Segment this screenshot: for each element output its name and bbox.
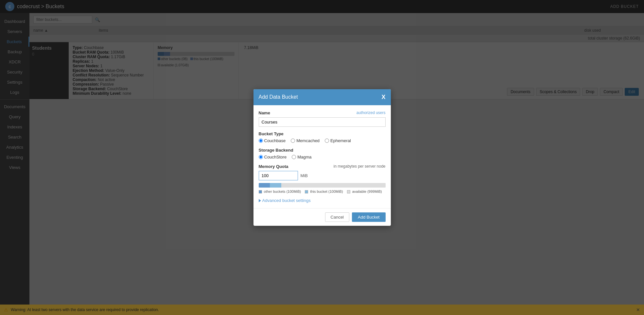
chevron-right-icon bbox=[259, 199, 261, 202]
storage-backend-form-group: Storage Backend CouchStore Magma bbox=[259, 148, 386, 159]
memory-quota-input[interactable] bbox=[259, 171, 298, 180]
storage-backend-label: Storage Backend bbox=[259, 148, 386, 153]
legend-this-bucket: this bucket (100MiB) bbox=[305, 190, 343, 193]
legend-this-swatch bbox=[305, 190, 308, 193]
memory-quota-sublabel: in megabytes per server node bbox=[334, 164, 386, 169]
bucket-type-radio-group: Couchbase Memcached Ephemeral bbox=[259, 138, 386, 143]
modal-bar-avail bbox=[281, 183, 385, 188]
radio-memcached-input[interactable] bbox=[291, 139, 295, 143]
modal-overlay: Add Data Bucket X Name authorized users … bbox=[0, 0, 644, 315]
legend-other-swatch bbox=[259, 190, 262, 193]
storage-backend-radio-group: CouchStore Magma bbox=[259, 155, 386, 159]
radio-ephemeral[interactable]: Ephemeral bbox=[325, 138, 351, 143]
legend-available: available (999MiB) bbox=[347, 190, 382, 193]
legend-avail-swatch bbox=[347, 190, 350, 193]
radio-couchbase[interactable]: Couchbase bbox=[259, 138, 286, 143]
modal-header: Add Data Bucket X bbox=[253, 89, 391, 105]
legend-other-buckets: other buckets (100MiB) bbox=[259, 190, 301, 193]
memory-quota-form-group: Memory Quota in megabytes per server nod… bbox=[259, 164, 386, 193]
radio-ephemeral-input[interactable] bbox=[325, 139, 329, 143]
name-label: Name authorized users bbox=[259, 110, 386, 115]
bucket-name-input[interactable] bbox=[259, 117, 386, 127]
bucket-type-label: Bucket Type bbox=[259, 131, 386, 136]
modal-bar-other bbox=[259, 183, 270, 188]
modal-close-button[interactable]: X bbox=[381, 94, 385, 101]
mib-label: MiB bbox=[301, 173, 308, 178]
radio-magma[interactable]: Magma bbox=[292, 155, 311, 159]
advanced-toggle[interactable]: Advanced bucket settings bbox=[259, 198, 386, 203]
memory-quota-row: MiB bbox=[259, 171, 386, 180]
authorized-users-link[interactable]: authorized users bbox=[357, 110, 386, 115]
bucket-type-form-group: Bucket Type Couchbase Memcached Ephemera… bbox=[259, 131, 386, 143]
modal-bar-this bbox=[270, 183, 281, 188]
modal-body: Name authorized users Bucket Type Couchb… bbox=[253, 105, 391, 208]
add-bucket-button[interactable]: Add Bucket bbox=[352, 212, 386, 222]
radio-memcached[interactable]: Memcached bbox=[291, 138, 320, 143]
modal-title: Add Data Bucket bbox=[259, 94, 298, 100]
name-form-group: Name authorized users bbox=[259, 110, 386, 127]
radio-couchbase-input[interactable] bbox=[259, 139, 263, 143]
memory-quota-label: Memory Quota in megabytes per server nod… bbox=[259, 164, 386, 169]
modal-legend: other buckets (100MiB) this bucket (100M… bbox=[259, 190, 386, 193]
cancel-button[interactable]: Cancel bbox=[325, 212, 349, 222]
modal-footer: Cancel Add Bucket bbox=[253, 208, 391, 226]
radio-magma-input[interactable] bbox=[292, 155, 296, 159]
radio-couchstore[interactable]: CouchStore bbox=[259, 155, 287, 159]
add-bucket-modal: Add Data Bucket X Name authorized users … bbox=[253, 89, 391, 226]
radio-couchstore-input[interactable] bbox=[259, 155, 263, 159]
modal-memory-bar bbox=[259, 183, 386, 188]
